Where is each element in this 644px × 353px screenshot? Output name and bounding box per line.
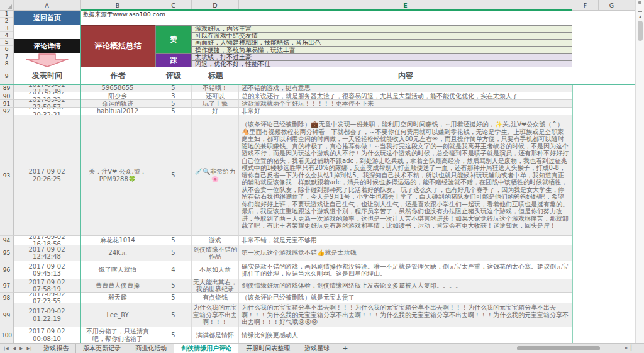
cell-time[interactable]: 2017-09-02 12:42:48: [14, 245, 80, 261]
cell-title[interactable]: 玩了上瘾: [192, 100, 239, 108]
cell-rating[interactable]: 5: [155, 293, 192, 303]
cell-title[interactable]: 还可以: [192, 92, 239, 100]
row-number[interactable]: 91: [0, 100, 14, 108]
cell-time[interactable]: 2017-09-02 20:32:21: [14, 108, 80, 115]
row-number[interactable]: 7: [0, 53, 13, 60]
cell-time[interactable]: 2017-09-02 20:26:25: [14, 115, 80, 236]
cell-title[interactable]: 不尽如人意: [192, 261, 239, 279]
cell-content[interactable]: 确实是款不错的游戏，画风剧情操作都没得说。唯一不足就是管理欠缺，倒元宝太严重，这…: [239, 261, 572, 279]
cell-title[interactable]: 💉🔍非常给力🌸: [192, 115, 239, 236]
cell-rating[interactable]: 5: [155, 115, 192, 236]
row-number[interactable]: 99: [0, 303, 14, 327]
row-number[interactable]: 6: [0, 46, 13, 53]
praise-item-cell[interactable]: 可以在游戏中结交友情: [192, 33, 572, 40]
sheet-tab-4[interactable]: 剑侠情缘用户评论: [174, 344, 238, 353]
horizontal-scrollbar-thumb[interactable]: [517, 346, 600, 350]
cell-time[interactable]: 2017-09-02 09:45:13: [14, 261, 80, 279]
scroll-up-icon[interactable]: ▴: [636, 14, 644, 19]
cell-time[interactable]: 2017-09-02 22:50:57: [14, 100, 80, 108]
cell-content[interactable]: 第一次玩这个游戏感觉不错👍就是太坑钱: [239, 245, 572, 261]
scroll-right-icon[interactable]: ▸: [625, 345, 628, 350]
row-number[interactable]: 95: [0, 245, 14, 261]
cell-time[interactable]: 2017-09-02 01:22:19: [14, 303, 80, 327]
cell-title[interactable]: 不错哦！: [192, 84, 239, 92]
back-to-home-button[interactable]: 返回首页: [14, 11, 80, 25]
sheet-tab-2[interactable]: 版本更新记录: [75, 344, 128, 353]
header-content[interactable]: 内容: [239, 67, 572, 84]
row-number[interactable]: 1: [0, 11, 13, 18]
cell-title[interactable]: 好: [192, 108, 239, 115]
cell-content[interactable]: 为什么我的元宝宝箱分享不出去啊！！！为什么我的元宝宝箱分享不出去啊！！！为什么我…: [239, 303, 572, 327]
praise-item-cell[interactable]: 画面好，人物建模精细，技能酷炫，音乐出色: [192, 40, 572, 47]
cell-title[interactable]: 无人能出其右，我的世界纪录: [192, 279, 239, 293]
row-number[interactable]: 100: [0, 327, 14, 343]
add-sheet-button[interactable]: +: [336, 344, 353, 353]
cell-rating[interactable]: 5: [155, 327, 192, 343]
cell-content[interactable]: （该条评论已经被删除）💼无意中发现一份兼职，能利用空闲时间赚钱，～用着还挺好的，…: [239, 115, 572, 236]
row-number[interactable]: 90: [0, 92, 14, 100]
cell-title[interactable]: 游戏: [192, 236, 239, 245]
sheet-tab-3[interactable]: 商业化活动: [128, 344, 174, 353]
cell-rating[interactable]: 5: [155, 236, 192, 245]
cell-author[interactable]: 毅天麟: [80, 293, 155, 303]
cell-content[interactable]: 非常不错，就是元宝不够用: [239, 236, 572, 245]
row-number[interactable]: 3: [0, 25, 13, 32]
row-number[interactable]: 96: [0, 261, 14, 279]
row-number[interactable]: 8: [0, 60, 13, 67]
cell-rating[interactable]: 4: [155, 261, 192, 279]
header-time[interactable]: 发表时间: [14, 67, 80, 84]
cell-content[interactable]: 情缘比剑侠更感动人: [239, 327, 572, 343]
cell-author[interactable]: 饿了喀人就怕: [80, 261, 155, 279]
sheet-tab-6[interactable]: 游戏星球: [297, 344, 336, 353]
cell-content[interactable]: 总的来说还行，就是服务器太渣了，很容易闪退，尤其是大型活动，能不能优化优化，实在…: [239, 92, 572, 100]
cell-rating[interactable]: 5: [155, 245, 192, 261]
cell-author[interactable]: 59658655: [80, 84, 155, 92]
header-author[interactable]: 作者: [80, 67, 155, 84]
cell-rating[interactable]: 5: [155, 100, 192, 108]
row-number[interactable]: 97: [0, 279, 14, 293]
cell-time[interactable]: 2017-09-02 16:18:56: [14, 236, 80, 245]
cell-rating[interactable]: 5: [155, 279, 192, 293]
cell-time[interactable]: 2017-09-02 23:25:39: [14, 84, 80, 92]
sheet-tab-1[interactable]: 游戏报告: [36, 344, 75, 353]
cell-title[interactable]: 为什么我的元宝宝箱分享不出去啊！！！: [192, 303, 239, 327]
select-all-corner[interactable]: [0, 0, 14, 10]
cell-rating[interactable]: 3: [155, 92, 192, 100]
column-header-d[interactable]: D: [192, 0, 239, 10]
row-number[interactable]: 5: [0, 39, 13, 46]
cell-title[interactable]: 有点烧钱: [192, 293, 239, 303]
cell-author[interactable]: 麻花花1014: [80, 236, 155, 245]
cell-author[interactable]: 阳少乡: [80, 92, 155, 100]
cell-content[interactable]: 剑侠情缘好玩的游戏体验，剑侠情缘网络版上发表论文多篇被人大复印。。。。: [239, 279, 572, 293]
next-sheet-icon[interactable]: ▶: [19, 346, 23, 351]
cell-author[interactable]: Lee_RY: [80, 303, 155, 327]
row-number[interactable]: 94: [0, 236, 14, 245]
cell-author[interactable]: habitual2012: [80, 108, 155, 115]
comment-detail-button[interactable]: 评论详情: [14, 39, 80, 53]
last-sheet-icon[interactable]: ▶|: [27, 346, 32, 351]
row-number[interactable]: 92: [0, 108, 14, 115]
vertical-scrollbar[interactable]: ▴: [635, 0, 644, 343]
header-title[interactable]: 标题: [192, 67, 239, 84]
scrollbar-collapse-icon[interactable]: [638, 11, 642, 12]
row-number[interactable]: 9: [0, 67, 14, 84]
dislike-label-cell[interactable]: 踩: [155, 53, 192, 68]
cell-time[interactable]: 2017-09-02 07:58:19: [14, 279, 80, 293]
cell-time[interactable]: 2017-09-02 07:23:55: [14, 293, 80, 303]
cell-author[interactable]: 命运的轨迹: [80, 100, 155, 108]
row-number[interactable]: 98: [0, 293, 14, 303]
prev-sheet-icon[interactable]: ◀: [13, 346, 16, 351]
dislike-item-cell[interactable]: 太坑钱，打不过土豪: [192, 54, 572, 61]
column-header-f[interactable]: F: [572, 0, 599, 10]
cell-content[interactable]: 这款游戏就两个字好玩！！！！！更本停不下来: [239, 100, 572, 108]
column-header-e[interactable]: E: [239, 0, 572, 10]
cell-author[interactable]: 关．注V❤ 公众.號：PPM9288🍀: [80, 115, 155, 236]
sheet-tab-5[interactable]: 开服时间表整理: [238, 344, 297, 353]
split-handle-icon[interactable]: [638, 1, 641, 4]
cell-rating[interactable]: 5: [155, 303, 192, 327]
column-header-b[interactable]: B: [80, 0, 155, 10]
cell-rating[interactable]: 5: [155, 108, 192, 115]
cell-content[interactable]: 还不错的游戏，挺有意思: [239, 84, 572, 92]
column-header-c[interactable]: C: [155, 0, 192, 10]
cell-content[interactable]: （该条评论已经被删除）就是元宝太贵了: [239, 293, 572, 303]
